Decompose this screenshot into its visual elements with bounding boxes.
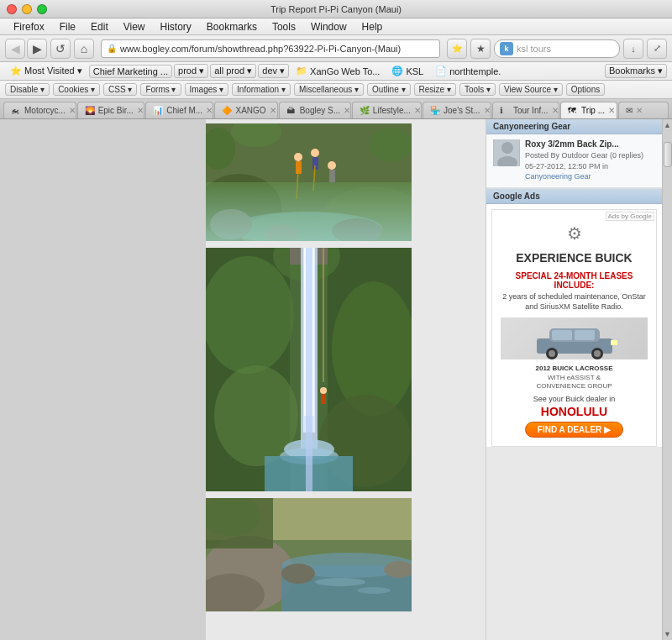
- addon-resize[interactable]: Resize ▾: [414, 83, 456, 96]
- window-controls[interactable]: [7, 4, 47, 14]
- svg-rect-54: [552, 330, 572, 340]
- tab-close-xango[interactable]: ✕: [270, 106, 276, 115]
- tab-bogley[interactable]: 🏔 Bogley S... ✕: [279, 102, 351, 118]
- zoom-button[interactable]: ⭐: [447, 39, 467, 59]
- forward-button[interactable]: ▶: [27, 39, 47, 59]
- forum-image-2: [206, 248, 412, 491]
- reload-button[interactable]: ↺: [50, 39, 71, 59]
- tab-close-tour[interactable]: ✕: [552, 106, 559, 115]
- full-screen-button[interactable]: ⤢: [647, 39, 667, 59]
- images-container: [206, 123, 454, 611]
- menu-view[interactable]: View: [117, 20, 152, 34]
- tab-lifestyle[interactable]: 🌿 Lifestyle... ✕: [352, 102, 422, 118]
- scrollbar-thumb[interactable]: [664, 142, 672, 167]
- tab-close-chief[interactable]: ✕: [206, 106, 213, 115]
- tab-chief-m[interactable]: 📊 Chief M... ✕: [145, 102, 213, 118]
- menu-tools[interactable]: Tools: [265, 20, 302, 34]
- menu-history[interactable]: History: [154, 20, 198, 34]
- bookmark-xango-web[interactable]: 📁 XanGo Web To...: [291, 65, 385, 77]
- scroll-up-button[interactable]: ▲: [664, 119, 671, 129]
- tab-close-epic[interactable]: ✕: [137, 106, 144, 115]
- tab-close-lifestyle[interactable]: ✕: [414, 106, 421, 115]
- car-svg: [528, 322, 621, 359]
- home-button[interactable]: ⌂: [74, 39, 94, 59]
- tab-trip[interactable]: 🗺 Trip ... ✕: [560, 102, 617, 118]
- tab-motorcycle[interactable]: 🏍 Motorcyc... ✕: [3, 102, 76, 118]
- tab-favicon-xango: 🔶: [222, 106, 232, 116]
- bookmark-more[interactable]: Bookmarks ▾: [605, 64, 667, 78]
- addon-options[interactable]: Options: [566, 83, 605, 96]
- menu-firefox[interactable]: Firefox: [7, 20, 51, 34]
- svg-rect-13: [329, 170, 335, 182]
- post-avatar: [493, 139, 520, 166]
- tab-joes[interactable]: 🏪 Joe's St... ✕: [423, 102, 491, 118]
- bookmark-this[interactable]: ★: [470, 39, 491, 59]
- nav-toolbar: ◀ ▶ ↺ ⌂ 🔒 www.bogley.com/forum/showthrea…: [0, 35, 672, 62]
- lock-icon: 🔒: [107, 44, 117, 53]
- bookmark-northtemple[interactable]: 📄 northtemple.: [430, 65, 506, 77]
- svg-point-4: [231, 212, 382, 241]
- tab-close-joes[interactable]: ✕: [484, 106, 491, 115]
- svg-point-12: [328, 161, 336, 170]
- bookmark-ksl[interactable]: 🌐 KSL: [386, 65, 428, 77]
- bookmark-most-visited[interactable]: ⭐ Most Visited ▾: [5, 65, 87, 77]
- tab-close-motorcycle[interactable]: ✕: [69, 106, 76, 115]
- forum-image-1: [206, 123, 412, 241]
- buick-logo-icon: ⚙: [501, 223, 648, 244]
- tabs-bar: 🏍 Motorcyc... ✕ 🌄 Epic Bir... ✕ 📊 Chief …: [0, 99, 672, 119]
- tab-close-bogley[interactable]: ✕: [344, 106, 350, 115]
- addon-outline[interactable]: Outline ▾: [367, 83, 410, 96]
- menu-bar: Firefox File Edit View History Bookmarks…: [0, 18, 672, 35]
- addon-images[interactable]: Images ▾: [185, 83, 229, 96]
- tab-favicon-trip: 🗺: [568, 106, 578, 116]
- scroll-down-button[interactable]: ▼: [664, 630, 671, 640]
- search-bar[interactable]: k ksl tours: [494, 39, 620, 58]
- tab-close-mail[interactable]: ✕: [636, 106, 643, 115]
- addon-miscellaneous[interactable]: Miscellaneous ▾: [294, 83, 364, 96]
- image3-svg: [206, 498, 412, 611]
- vertical-scrollbar[interactable]: ▲ ▼: [662, 119, 672, 640]
- tab-close-trip[interactable]: ✕: [608, 106, 615, 115]
- tab-epic-bird[interactable]: 🌄 Epic Bir... ✕: [77, 102, 145, 118]
- tab-tour-info[interactable]: ℹ Tour Inf... ✕: [492, 102, 559, 118]
- addon-forms[interactable]: Forms ▾: [140, 83, 181, 96]
- google-ads-header: Google Ads: [486, 188, 662, 204]
- nav-arrows: ◀ ▶: [5, 39, 47, 59]
- menu-window[interactable]: Window: [304, 20, 354, 34]
- addon-css[interactable]: CSS ▾: [103, 83, 137, 96]
- search-text: ksl tours: [517, 44, 551, 54]
- bookmark-allprod[interactable]: all prod ▾: [210, 64, 256, 78]
- downloads-button[interactable]: ↓: [623, 39, 643, 59]
- addon-information[interactable]: Information ▾: [232, 83, 291, 96]
- sidebar-post: Roxy 3/2mm Back Zip... Posted By Outdoor…: [486, 134, 662, 188]
- address-bar[interactable]: 🔒 www.bogley.com/forum/showthread.php?63…: [101, 39, 440, 58]
- addon-view-source[interactable]: View Source ▾: [499, 83, 563, 96]
- tab-mail[interactable]: ✉ ✕: [618, 102, 669, 118]
- post-category[interactable]: Canyoneering Gear: [525, 172, 591, 181]
- ad-car-image: [501, 317, 648, 359]
- addon-cookies[interactable]: Cookies ▾: [53, 83, 100, 96]
- menu-file[interactable]: File: [53, 20, 82, 34]
- back-button[interactable]: ◀: [5, 39, 25, 59]
- addon-tools[interactable]: Tools ▾: [459, 83, 496, 96]
- close-button[interactable]: [7, 4, 17, 14]
- menu-help[interactable]: Help: [355, 20, 390, 34]
- addon-disable[interactable]: Disable ▾: [5, 83, 50, 96]
- bookmark-chief-marketing[interactable]: Chief Marketing ...: [89, 65, 172, 78]
- menu-edit[interactable]: Edit: [84, 20, 115, 34]
- tab-favicon-bogley: 🏔: [286, 106, 297, 116]
- image2-svg: [206, 248, 412, 491]
- left-margin: [0, 119, 206, 640]
- tab-favicon-epic: 🌄: [85, 106, 95, 116]
- maximize-button[interactable]: [37, 4, 47, 14]
- bookmark-dev[interactable]: dev ▾: [258, 64, 289, 78]
- find-dealer-button[interactable]: FIND A DEALER ▶: [525, 422, 623, 438]
- svg-rect-55: [575, 330, 595, 340]
- minimize-button[interactable]: [22, 4, 32, 14]
- tab-xango[interactable]: 🔶 XANGO ✕: [214, 102, 277, 118]
- bookmark-prod[interactable]: prod ▾: [174, 64, 208, 78]
- tab-favicon-joes: 🏪: [430, 106, 440, 116]
- menu-bookmarks[interactable]: Bookmarks: [200, 20, 264, 34]
- post-title[interactable]: Roxy 3/2mm Back Zip...: [525, 139, 655, 149]
- svg-point-10: [311, 149, 319, 157]
